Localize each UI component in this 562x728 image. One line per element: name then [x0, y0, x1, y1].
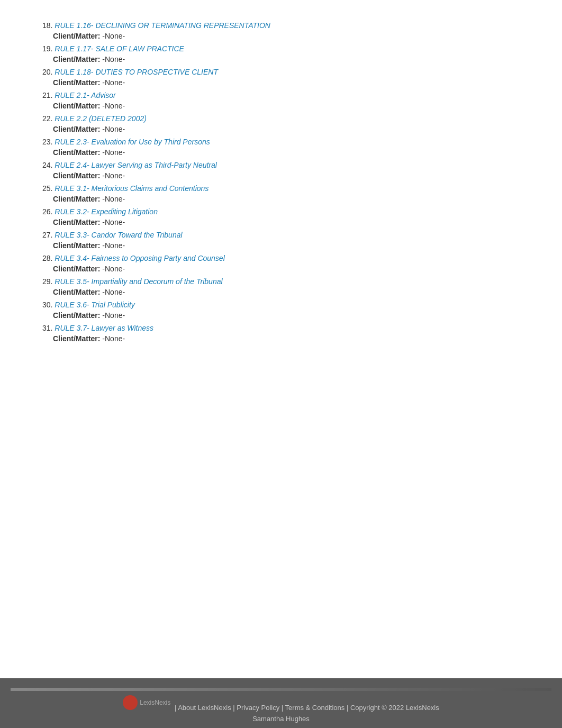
privacy-policy-link[interactable]: Privacy Policy	[237, 704, 279, 712]
client-matter-label: Client/Matter:	[53, 102, 102, 110]
rule-link[interactable]: RULE 2.4- Lawyer Serving as Third-Party …	[55, 161, 217, 169]
client-matter-label: Client/Matter:	[53, 78, 102, 87]
client-matter: Client/Matter: -None-	[42, 311, 520, 320]
rule-item: 28. RULE 3.4- Fairness to Opposing Party…	[42, 254, 520, 262]
rule-number: 28.	[42, 254, 55, 262]
rules-container: 18. RULE 1.16- DECLINING OR TERMINATING …	[42, 21, 520, 343]
client-matter: Client/Matter: -None-	[42, 148, 520, 157]
client-matter-value: -None-	[102, 55, 125, 63]
rule-number: 21.	[42, 91, 55, 99]
client-matter-value: -None-	[102, 311, 125, 320]
client-matter: Client/Matter: -None-	[42, 171, 520, 180]
footer-separator-4: |	[347, 704, 350, 712]
client-matter-value: -None-	[102, 32, 125, 40]
rule-link[interactable]: RULE 1.18- DUTIES TO PROSPECTIVE CLIENT	[55, 68, 218, 76]
terms-conditions-link[interactable]: Terms & Conditions	[285, 704, 345, 712]
rule-item: 21. RULE 2.1- Advisor	[42, 91, 520, 99]
rule-number: 18.	[42, 21, 55, 30]
client-matter: Client/Matter: -None-	[42, 241, 520, 250]
client-matter: Client/Matter: -None-	[42, 334, 520, 343]
rule-link[interactable]: RULE 3.2- Expediting Litigation	[55, 207, 158, 216]
client-matter-label: Client/Matter:	[53, 334, 102, 343]
client-matter-value: -None-	[102, 334, 125, 343]
rule-number: 26.	[42, 207, 55, 216]
rule-link[interactable]: RULE 3.3- Candor Toward the Tribunal	[55, 231, 182, 239]
client-matter-value: -None-	[102, 195, 125, 203]
client-matter-value: -None-	[102, 78, 125, 87]
copyright-link[interactable]: Copyright © 2022 LexisNexis	[350, 704, 439, 712]
client-matter: Client/Matter: -None-	[42, 195, 520, 203]
client-matter-value: -None-	[102, 218, 125, 226]
rule-item: 24. RULE 2.4- Lawyer Serving as Third-Pa…	[42, 161, 520, 169]
client-matter-value: -None-	[102, 171, 125, 180]
client-matter-label: Client/Matter:	[53, 265, 102, 273]
client-matter: Client/Matter: -None-	[42, 78, 520, 87]
client-matter-label: Client/Matter:	[53, 171, 102, 180]
rule-number: 30.	[42, 301, 55, 309]
client-matter: Client/Matter: -None-	[42, 218, 520, 226]
client-matter-label: Client/Matter:	[53, 288, 102, 296]
client-matter-value: -None-	[102, 265, 125, 273]
client-matter: Client/Matter: -None-	[42, 265, 520, 273]
client-matter-label: Client/Matter:	[53, 32, 102, 40]
rule-item: 25. RULE 3.1- Meritorious Claims and Con…	[42, 184, 520, 193]
rule-number: 27.	[42, 231, 55, 239]
rule-item: 29. RULE 3.5- Impartiality and Decorum o…	[42, 277, 520, 286]
rule-number: 24.	[42, 161, 55, 169]
footer-links: LexisNexis | About LexisNexis | Privacy …	[11, 695, 551, 712]
rule-number: 23.	[42, 138, 55, 146]
client-matter: Client/Matter: -None-	[42, 55, 520, 63]
rule-number: 31.	[42, 324, 55, 332]
client-matter-label: Client/Matter:	[53, 311, 102, 320]
footer-logo: LexisNexis	[123, 695, 170, 710]
client-matter-value: -None-	[102, 125, 125, 133]
footer-logo-text: LexisNexis	[140, 699, 170, 706]
rule-link[interactable]: RULE 2.3- Evaluation for Use by Third Pe…	[55, 138, 210, 146]
rule-link[interactable]: RULE 3.1- Meritorious Claims and Content…	[55, 184, 209, 193]
rule-number: 20.	[42, 68, 55, 76]
rule-link[interactable]: RULE 3.6- Trial Publicity	[55, 301, 134, 309]
rule-item: 30. RULE 3.6- Trial Publicity	[42, 301, 520, 309]
client-matter: Client/Matter: -None-	[42, 125, 520, 133]
rule-link[interactable]: RULE 1.17- SALE OF LAW PRACTICE	[55, 44, 184, 53]
rule-number: 19.	[42, 44, 55, 53]
rule-item: 27. RULE 3.3- Candor Toward the Tribunal	[42, 231, 520, 239]
client-matter-value: -None-	[102, 241, 125, 250]
rule-item: 23. RULE 2.3- Evaluation for Use by Thir…	[42, 138, 520, 146]
client-matter-label: Client/Matter:	[53, 125, 102, 133]
client-matter-label: Client/Matter:	[53, 241, 102, 250]
client-matter: Client/Matter: -None-	[42, 288, 520, 296]
client-matter-value: -None-	[102, 148, 125, 157]
client-matter-label: Client/Matter:	[53, 148, 102, 157]
footer-separator-3: |	[282, 704, 285, 712]
rule-number: 22.	[42, 114, 55, 123]
rule-item: 18. RULE 1.16- DECLINING OR TERMINATING …	[42, 21, 520, 30]
rule-number: 25.	[42, 184, 55, 193]
client-matter-value: -None-	[102, 288, 125, 296]
rule-item: 19. RULE 1.17- SALE OF LAW PRACTICE	[42, 44, 520, 53]
footer: LexisNexis | About LexisNexis | Privacy …	[0, 678, 562, 728]
client-matter-label: Client/Matter:	[53, 55, 102, 63]
rule-item: 22. RULE 2.2 (DELETED 2002)	[42, 114, 520, 123]
main-content: 18. RULE 1.16- DECLINING OR TERMINATING …	[0, 0, 562, 453]
about-lexisnexis-link[interactable]: About LexisNexis	[178, 704, 231, 712]
client-matter-label: Client/Matter:	[53, 195, 102, 203]
rule-item: 26. RULE 3.2- Expediting Litigation	[42, 207, 520, 216]
rule-link[interactable]: RULE 3.7- Lawyer as Witness	[55, 324, 153, 332]
client-matter: Client/Matter: -None-	[42, 32, 520, 40]
client-matter-label: Client/Matter:	[53, 218, 102, 226]
rule-item: 31. RULE 3.7- Lawyer as Witness	[42, 324, 520, 332]
client-matter-value: -None-	[102, 102, 125, 110]
client-matter: Client/Matter: -None-	[42, 102, 520, 110]
rule-link[interactable]: RULE 1.16- DECLINING OR TERMINATING REPR…	[55, 21, 270, 30]
rule-link[interactable]: RULE 3.4- Fairness to Opposing Party and…	[55, 254, 224, 262]
rule-link[interactable]: RULE 2.2 (DELETED 2002)	[55, 114, 147, 123]
rule-number: 29.	[42, 277, 55, 286]
rule-link[interactable]: RULE 3.5- Impartiality and Decorum of th…	[55, 277, 222, 286]
footer-bar	[11, 688, 551, 691]
footer-user: Samantha Hughes	[11, 715, 551, 723]
rule-link[interactable]: RULE 2.1- Advisor	[55, 91, 115, 99]
rule-item: 20. RULE 1.18- DUTIES TO PROSPECTIVE CLI…	[42, 68, 520, 76]
footer-logo-icon	[123, 695, 138, 710]
